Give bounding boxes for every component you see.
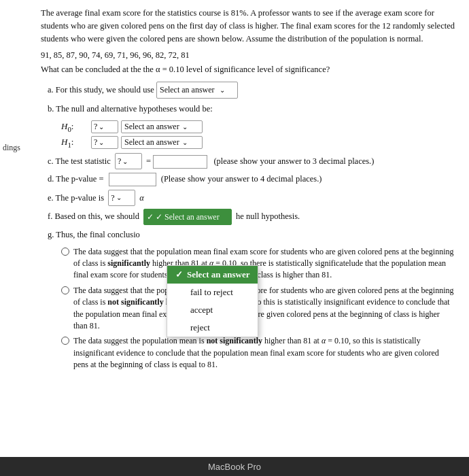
part-g: g. Thus, the final conclusio	[48, 228, 455, 242]
part-b: b. The null and alternative hypotheses w…	[48, 102, 455, 116]
part-a-select[interactable]: Select an answer ⌄	[156, 82, 238, 98]
chevron-down-icon: ⌄	[99, 123, 104, 131]
h1-answer-select[interactable]: Select an answer ⌄	[121, 136, 203, 149]
part-f-note: he null hypothesis.	[236, 209, 300, 224]
h0-symbol-select[interactable]: ? ⌄	[91, 120, 118, 133]
part-a: a. For this study, we should use Select …	[48, 82, 455, 98]
h0-label: H0:	[61, 121, 88, 133]
radio-button-1[interactable]	[61, 248, 69, 256]
radio-option-3: The data suggest the population mean is …	[61, 335, 455, 371]
chevron-down-icon: ⌄	[99, 139, 104, 146]
h1-symbol-select[interactable]: ? ⌄	[91, 136, 118, 149]
chevron-down-icon: ⌄	[220, 86, 225, 94]
part-d: d. The p-value = (Please show your answe…	[48, 172, 455, 186]
question-text: What can be concluded at the the α = 0.1…	[41, 65, 455, 75]
equals-sign: =	[146, 156, 153, 166]
dropdown-item-reject[interactable]: reject	[167, 319, 258, 337]
part-e-alpha: α	[139, 193, 144, 203]
radio-button-3[interactable]	[61, 337, 69, 345]
chevron-down-icon: ⌄	[182, 123, 188, 131]
dropdown-item-fail-to-reject[interactable]: fail to reject	[167, 284, 258, 301]
part-d-note: (Please show your answer to 4 decimal pl…	[161, 174, 322, 184]
h0-row: H0: ? ⌄ Select an answer ⌄	[61, 120, 455, 133]
chevron-down-icon: ⌄	[122, 156, 128, 167]
problem-intro: The average final exam score for the sta…	[41, 7, 455, 45]
radio-option-2-text: The data suggest that the population mea…	[73, 285, 455, 333]
dropdown-item-accept[interactable]: accept	[167, 301, 258, 319]
radio-button-2[interactable]	[61, 286, 69, 294]
test-statistic-input[interactable]	[153, 155, 207, 169]
radio-option-3-text: The data suggest the population mean is …	[73, 335, 455, 371]
part-c-note: (please show your answer to 3 decimal pl…	[213, 156, 374, 166]
part-a-label: a. For this study, we should use	[48, 85, 154, 95]
h0-answer-select[interactable]: Select an answer ⌄	[121, 120, 203, 133]
bottom-bar: MacBook Pro	[0, 457, 469, 476]
part-c-label: c. The test statistic	[48, 156, 111, 166]
part-f-dropdown-trigger[interactable]: ✓ ✓ Select an answer	[143, 209, 232, 225]
h1-label: H1:	[61, 137, 88, 149]
check-icon: ✓	[175, 269, 183, 280]
pvalue-input[interactable]	[109, 173, 156, 186]
chevron-down-icon: ⌄	[182, 139, 188, 146]
h1-row: H1: ? ⌄ Select an answer ⌄	[61, 136, 455, 149]
part-e: e. The p-value is ? ⌄ α	[48, 190, 455, 206]
part-f-label: f. Based on this, we should	[48, 209, 139, 224]
data-values: 91, 85, 87, 90, 74, 69, 71, 96, 96, 82, …	[41, 50, 455, 61]
part-g-label: g. Thus, the final conclusio	[48, 230, 140, 239]
part-e-select[interactable]: ? ⌄	[108, 190, 135, 206]
main-content: The average final exam score for the sta…	[0, 0, 469, 381]
part-e-label: e. The p-value is	[48, 193, 104, 203]
left-margin-text: dings	[0, 143, 20, 153]
part-d-label: d. The p-value =	[48, 174, 104, 184]
dropdown-menu: ✓ Select an answer fail to reject accept…	[167, 265, 258, 337]
hypothesis-block: H0: ? ⌄ Select an answer ⌄ H1: ? ⌄ Selec…	[61, 120, 455, 149]
chevron-down-icon: ⌄	[116, 192, 122, 203]
checkmark-icon: ✓	[147, 210, 154, 224]
radio-option-1-text: The data suggest that the population mea…	[73, 246, 455, 282]
bottom-bar-label: MacBook Pro	[208, 462, 261, 472]
dropdown-item-select-answer[interactable]: ✓ Select an answer	[167, 266, 258, 284]
part-c: c. The test statistic ? ⌄ = (please show…	[48, 153, 455, 169]
part-b-label: b. The null and alternative hypotheses w…	[48, 104, 213, 114]
part-f: f. Based on this, we should ✓ ✓ Select a…	[48, 209, 455, 225]
part-c-select[interactable]: ? ⌄	[115, 153, 142, 169]
